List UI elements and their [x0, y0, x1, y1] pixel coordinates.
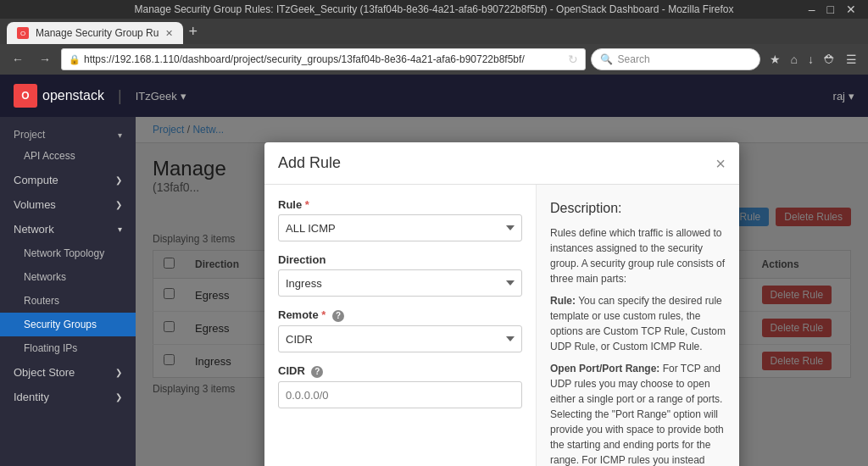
minimize-button[interactable]: – [804, 1, 821, 18]
description-port: Open Port/Port Range: For TCP and UDP ru… [550, 361, 726, 466]
search-placeholder: Search [618, 53, 650, 65]
remote-required-indicator: * [321, 308, 326, 321]
home-icon[interactable]: ⌂ [787, 49, 802, 69]
identity-chevron-icon: ❯ [115, 392, 122, 402]
sidebar-network-label: Network [14, 223, 54, 236]
direction-label: Direction [278, 253, 522, 266]
search-box[interactable]: 🔍 Search [591, 48, 760, 70]
user-name: raj [833, 90, 845, 103]
search-icon: 🔍 [600, 53, 613, 65]
close-button[interactable]: ✕ [841, 1, 861, 18]
sidebar-item-routers[interactable]: Routers [0, 289, 136, 313]
logo-icon: O [14, 84, 37, 108]
header-project-dropdown[interactable]: ITzGeek ▾ [136, 90, 186, 103]
project-chevron-icon: ▾ [118, 130, 122, 140]
modal-overlay: Add Rule × Rule * [136, 117, 868, 466]
sidebar-project-label: Project [14, 129, 45, 141]
remote-label: Remote * ? [278, 308, 522, 322]
sidebar-item-identity[interactable]: Identity ❯ [0, 385, 136, 409]
sidebar: Project ▾ API Access Compute ❯ Volumes ❯ [0, 117, 136, 466]
tab-label: Manage Security Group Ru [36, 27, 159, 39]
cidr-label: CIDR ? [278, 364, 522, 378]
window-title: Manage Security Group Rules: ITzGeek_Sec… [134, 3, 733, 15]
description-rule-label: Rule: [550, 295, 576, 307]
maximize-button[interactable]: □ [822, 1, 839, 18]
sidebar-api-label: API Access [24, 150, 75, 162]
sidebar-topology-label: Network Topology [24, 247, 104, 259]
description-port-label: Open Port/Port Range: [550, 363, 659, 374]
project-chevron-icon: ▾ [181, 90, 186, 103]
cidr-input[interactable] [278, 381, 522, 408]
sidebar-compute-label: Compute [14, 174, 58, 186]
header-user-dropdown[interactable]: raj ▾ [833, 90, 854, 103]
sidebar-object-label: Object Store [14, 366, 75, 379]
modal-description: Description: Rules define which traffic … [536, 185, 739, 466]
rule-required-indicator: * [305, 198, 309, 211]
remote-help-icon[interactable]: ? [332, 310, 344, 322]
main-content: Project / Netw... Manage (13faf0... + Ad… [136, 117, 868, 466]
sidebar-item-api-access[interactable]: API Access [0, 144, 136, 168]
sidebar-item-network[interactable]: Network ▾ [0, 217, 136, 241]
lock-icon: 🔒 [69, 54, 81, 65]
logo-text: openstack [42, 88, 104, 103]
sidebar-item-object-store[interactable]: Object Store ❯ [0, 360, 136, 385]
refresh-button[interactable]: ↻ [568, 53, 578, 66]
sidebar-item-volumes[interactable]: Volumes ❯ [0, 192, 136, 217]
rule-select[interactable]: ALL ICMP ALL TCP ALL UDP Custom TCP Rule… [278, 214, 522, 241]
sidebar-volumes-label: Volumes [14, 198, 56, 211]
direction-select[interactable]: Ingress Egress [278, 269, 522, 297]
sidebar-item-networks[interactable]: Networks [0, 265, 136, 289]
sidebar-routers-label: Routers [24, 295, 59, 307]
sidebar-item-floating-ips[interactable]: Floating IPs [0, 336, 136, 360]
add-rule-modal: Add Rule × Rule * [264, 142, 739, 466]
description-rule: Rule: You can specify the desired rule t… [550, 293, 726, 354]
menu-icon[interactable]: ☰ [842, 49, 861, 69]
address-bar[interactable]: 🔒 https://192.168.1.110/dashboard/projec… [61, 48, 586, 70]
cidr-help-icon[interactable]: ? [311, 366, 323, 378]
forward-button[interactable]: → [34, 49, 56, 69]
network-chevron-icon: ▾ [118, 225, 122, 234]
compute-chevron-icon: ❯ [115, 175, 122, 185]
sidebar-item-project[interactable]: Project ▾ [0, 122, 136, 144]
back-button[interactable]: ← [7, 49, 29, 69]
tab-favicon: O [17, 27, 29, 39]
description-title: Description: [550, 198, 726, 219]
description-port-text: For TCP and UDP rules you may choose to … [550, 363, 724, 466]
header-divider: | [118, 87, 122, 105]
url-text: https://192.168.1.110/dashboard/project/… [84, 53, 565, 65]
volumes-chevron-icon: ❯ [115, 200, 122, 209]
download-icon[interactable]: ↓ [804, 49, 818, 69]
project-name: ITzGeek [136, 90, 177, 103]
modal-close-button[interactable]: × [715, 155, 726, 172]
sidebar-security-label: Security Groups [24, 319, 97, 330]
new-tab-button[interactable]: + [183, 19, 203, 44]
sidebar-networks-label: Networks [24, 271, 66, 283]
user-chevron-icon: ▾ [849, 90, 854, 103]
sidebar-identity-label: Identity [14, 391, 49, 403]
sidebar-item-compute[interactable]: Compute ❯ [0, 168, 136, 192]
modal-title: Add Rule [278, 154, 341, 172]
description-intro: Rules define which traffic is allowed to… [550, 225, 726, 286]
openstack-logo: O openstack [14, 84, 104, 108]
shield-icon[interactable]: ⛑ [820, 49, 840, 69]
description-rule-text: You can specify the desired rule templat… [550, 295, 726, 352]
sidebar-floating-label: Floating IPs [24, 342, 77, 354]
remote-select[interactable]: CIDR Security Group [278, 325, 522, 352]
rule-label: Rule * [278, 198, 522, 211]
bookmark-icon[interactable]: ★ [765, 49, 785, 69]
sidebar-item-security-groups[interactable]: Security Groups [0, 313, 136, 336]
object-chevron-icon: ❯ [115, 368, 122, 377]
sidebar-item-network-topology[interactable]: Network Topology [0, 241, 136, 265]
browser-tab[interactable]: O Manage Security Group Ru ✕ [7, 22, 183, 44]
tab-close-button[interactable]: ✕ [165, 28, 173, 39]
